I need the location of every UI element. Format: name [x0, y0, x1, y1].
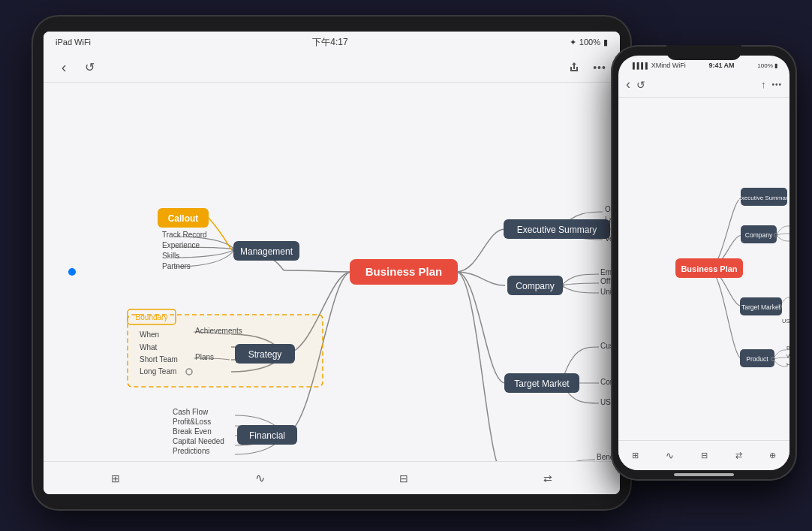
ipad-time: 下午4:17 — [312, 36, 347, 49]
iphone-exec-label: Executive Summary — [737, 195, 789, 201]
iphone-mindmap: Business Plan Executive Summary Company … — [618, 98, 789, 440]
iphone-add-topic-button[interactable]: ⊞ — [632, 451, 639, 460]
iphone-share-button[interactable]: ↑ — [761, 79, 766, 90]
management-label: Management — [240, 246, 293, 257]
ipad-device: iPad WiFi 下午4:17 ✦ 100% ▮ ‹ ↺ — [32, 15, 632, 511]
iphone-time: 9:41 AM — [708, 62, 734, 69]
iphone-relationship-button[interactable]: ⇄ — [735, 451, 742, 460]
company-label: Company — [516, 281, 554, 291]
long-team-label: Long Team — [140, 367, 176, 376]
bluetooth-icon: ✦ — [570, 38, 576, 47]
track-record-label: Track Record — [162, 231, 207, 239]
iphone-add-button[interactable]: ⊕ — [769, 451, 776, 460]
breakeven-label: Break Even — [173, 427, 212, 436]
target-market-label: Target Market — [514, 379, 570, 389]
ipad-mindmap-canvas: Callout Track Record Experience Skills P… — [44, 83, 620, 461]
iphone-company-label: Company — [745, 231, 773, 239]
iphone-toolbar: ‹ ↺ ↑ ••• — [618, 72, 789, 98]
capitalneeded-label: Capital Needed — [173, 437, 224, 445]
what-label: What — [140, 343, 158, 351]
strategy-label: Strategy — [248, 349, 282, 360]
iphone-whenused: When Used? — [786, 353, 789, 360]
ipad-screen: iPad WiFi 下午4:17 ✦ 100% ▮ ‹ ↺ — [44, 32, 620, 494]
experience-label: Experience — [162, 241, 200, 249]
connection-button[interactable]: ∿ — [249, 468, 270, 489]
iphone-notch — [666, 45, 741, 60]
battery-label: 100% — [579, 38, 600, 47]
svg-point-21 — [68, 268, 76, 276]
skills-label: Skills — [162, 252, 179, 260]
executive-summary-label: Executive Summary — [517, 225, 597, 235]
battery-icon: ▮ — [603, 38, 608, 47]
ipad-bottombar: ⊞ ∿ ⊟ ⇄ — [44, 461, 620, 494]
boundary-label: Boundary — [136, 313, 168, 321]
iphone-product-label: Product — [746, 355, 768, 363]
ipad-device-label: iPad WiFi — [56, 38, 91, 47]
iphone-summary-button2[interactable]: ⊟ — [701, 451, 708, 460]
callout-label: Callout — [168, 213, 199, 224]
scene: iPad WiFi 下午4:17 ✦ 100% ▮ ‹ ↺ — [0, 0, 812, 531]
achievements-label: Achievements — [195, 327, 242, 335]
iphone-battery: 100% ▮ — [757, 62, 777, 69]
ipad-mindmap-svg: Callout Track Record Experience Skills P… — [44, 83, 620, 461]
ipad-toolbar: ‹ ↺ ••• — [44, 53, 620, 83]
iphone-signal: ▐▐▐▐ XMind WiFi — [630, 62, 686, 69]
more-button[interactable]: ••• — [591, 59, 608, 76]
iphone-undo-button[interactable]: ↺ — [636, 79, 645, 91]
plans-label: Plans — [195, 353, 214, 361]
ipad-status-left: iPad WiFi — [56, 38, 91, 47]
financial-label: Financial — [249, 430, 285, 441]
relationship-button[interactable]: ⇄ — [537, 468, 558, 489]
iphone-mindmap-svg: Business Plan Executive Summary Company … — [618, 98, 789, 440]
cashflow-label: Cash Flow — [173, 408, 209, 416]
partners-label: Partners — [162, 262, 191, 270]
back-button[interactable]: ‹ — [56, 59, 72, 76]
add-topic-button[interactable]: ⊞ — [105, 468, 126, 489]
iphone-connection-button[interactable]: ∿ — [666, 450, 674, 461]
summary-button[interactable]: ⊟ — [393, 468, 414, 489]
ipad-toolbar-right: ••• — [566, 59, 608, 76]
central-node-label: Business Plan — [365, 265, 443, 278]
iphone-screen: ▐▐▐▐ XMind WiFi 9:41 AM 100% ▮ ‹ ↺ ↑ ••• — [618, 56, 789, 470]
iphone-usp: USP — [782, 318, 789, 324]
predictions-label: Predictions — [173, 447, 209, 455]
short-team-label: Short Team — [140, 355, 178, 364]
iphone-device: ▐▐▐▐ XMind WiFi 9:41 AM 100% ▮ ‹ ↺ ↑ ••• — [611, 45, 797, 481]
iphone-central-label: Business Plan — [681, 264, 737, 273]
profitloss-label: Profit&Loss — [173, 418, 211, 426]
iphone-benefits: Benefits — [786, 345, 789, 351]
when-label: When — [140, 330, 159, 339]
ipad-status-right: ✦ 100% ▮ — [570, 38, 608, 47]
iphone-home-indicator — [674, 473, 734, 476]
iphone-back-button[interactable]: ‹ — [626, 77, 630, 92]
share-button[interactable] — [566, 59, 582, 76]
ipad-statusbar: iPad WiFi 下午4:17 ✦ 100% ▮ — [44, 32, 620, 53]
iphone-bottombar: ⊞ ∿ ⊟ ⇄ ⊕ — [618, 440, 789, 470]
ipad-toolbar-left: ‹ ↺ — [56, 59, 98, 76]
iphone-howused: How Used? — [786, 361, 789, 368]
undo-button[interactable]: ↺ — [81, 59, 98, 76]
iphone-more-button[interactable]: ••• — [771, 80, 782, 89]
iphone-targetmarket-label: Target Market — [741, 303, 781, 311]
